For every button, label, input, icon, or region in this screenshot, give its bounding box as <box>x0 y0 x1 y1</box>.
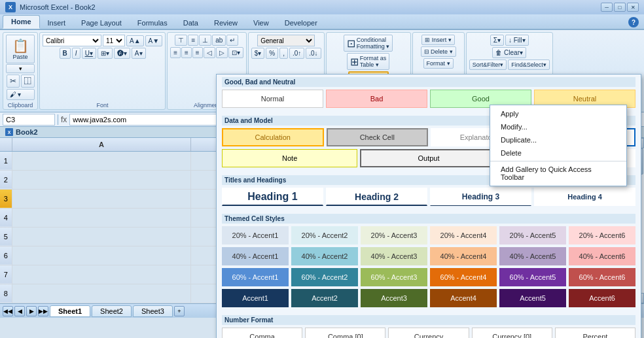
check-cell-style[interactable]: Check Cell <box>327 128 429 146</box>
col-header-a[interactable]: A <box>12 138 191 151</box>
align-center-button[interactable]: ≡ <box>181 47 192 58</box>
20-accent3-style[interactable]: 20% - Accent3 <box>361 226 427 245</box>
italic-button[interactable]: I <box>72 48 80 59</box>
decrease-font-button[interactable]: A▼ <box>145 35 163 46</box>
cell-a1[interactable] <box>12 151 191 170</box>
output-style[interactable]: Output <box>360 149 497 167</box>
tab-review[interactable]: Review <box>206 17 245 29</box>
accent3-style[interactable]: Accent3 <box>361 289 427 307</box>
format-button[interactable]: Format ▾ <box>423 58 454 69</box>
increase-decimal-button[interactable]: .0↑ <box>289 48 304 59</box>
40-accent6-style[interactable]: 40% - Accent6 <box>569 247 635 265</box>
cell-a4[interactable] <box>12 208 191 227</box>
bad-style[interactable]: Bad <box>326 90 427 108</box>
accent1-style[interactable]: Accent1 <box>222 289 289 307</box>
font-name-select[interactable]: Calibri <box>43 35 101 46</box>
orientation-button[interactable]: ab <box>212 35 226 46</box>
60-accent2-style[interactable]: 60% - Accent2 <box>291 268 358 286</box>
first-sheet-button[interactable]: ◀◀ <box>3 306 13 316</box>
font-color-button[interactable]: A▾ <box>132 48 146 59</box>
tab-formulas[interactable]: Formulas <box>130 17 175 29</box>
help-icon[interactable]: ? <box>628 17 639 27</box>
60-accent1-style[interactable]: 60% - Accent1 <box>222 268 289 286</box>
cell-a7[interactable] <box>12 265 191 284</box>
format-as-table-button[interactable]: ⊞ Format asTable ▾ <box>347 53 390 70</box>
currency-button[interactable]: $▾ <box>251 48 265 59</box>
60-accent3-style[interactable]: 60% - Accent3 <box>361 268 427 286</box>
accent6-style[interactable]: Accent6 <box>569 289 635 307</box>
paste-dropdown[interactable]: ▾ <box>6 64 35 73</box>
add-sheet-button[interactable]: + <box>174 306 185 316</box>
tab-insert[interactable]: Insert <box>40 17 74 29</box>
ctx-modify[interactable]: Modify... <box>490 120 626 133</box>
40-accent1-style[interactable]: 40% - Accent1 <box>222 247 289 265</box>
decrease-indent-button[interactable]: ◁ <box>204 47 215 58</box>
accent2-style[interactable]: Accent2 <box>291 289 358 307</box>
cell-a2[interactable] <box>12 170 191 189</box>
copy-button[interactable]: ⿰ <box>21 75 35 88</box>
conditional-formatting-button[interactable]: ⊡ ConditionalFormatting ▾ <box>344 35 393 52</box>
border-button[interactable]: ⊞▾ <box>98 48 113 59</box>
align-bottom-button[interactable]: ⊥ <box>199 35 211 46</box>
window-controls[interactable]: ─ □ ✕ <box>601 3 639 12</box>
next-sheet-button[interactable]: ▶ <box>26 306 37 316</box>
comma-button[interactable]: , <box>279 48 288 59</box>
expand-formula-button[interactable]: fx <box>61 115 67 124</box>
wrap-text-button[interactable]: ↵ <box>226 35 238 46</box>
font-size-select[interactable]: 11 <box>103 35 125 46</box>
number-format-select[interactable]: General <box>257 35 315 46</box>
cell-a3[interactable] <box>12 189 191 208</box>
sort-filter-button[interactable]: Sort&Filter▾ <box>469 59 507 70</box>
increase-font-button[interactable]: A▲ <box>126 35 144 46</box>
tab-developer[interactable]: Developer <box>277 17 325 29</box>
prev-sheet-button[interactable]: ◀ <box>14 306 25 316</box>
delete-button[interactable]: ⊟ Delete ▾ <box>421 46 456 57</box>
align-left-button[interactable]: ≡ <box>170 47 181 58</box>
underline-button[interactable]: U▾ <box>82 48 96 59</box>
60-accent4-style[interactable]: 60% - Accent4 <box>430 268 497 286</box>
normal-style[interactable]: Normal <box>222 90 323 108</box>
align-top-button[interactable]: ⊤ <box>175 35 187 46</box>
calculation-style[interactable]: Calculation <box>222 128 324 146</box>
cut-button[interactable]: ✂ <box>7 75 20 88</box>
cell-a5[interactable] <box>12 227 191 246</box>
last-sheet-button[interactable]: ▶▶ <box>38 306 48 316</box>
60-accent6-style[interactable]: 60% - Accent6 <box>569 268 635 286</box>
tab-data[interactable]: Data <box>175 17 206 29</box>
ctx-delete[interactable]: Delete <box>490 146 626 160</box>
find-select-button[interactable]: Find&Select▾ <box>508 59 550 70</box>
sheet-tab-3[interactable]: Sheet3 <box>133 305 173 317</box>
insert-button[interactable]: ⊞ Insert ▾ <box>421 35 455 45</box>
tab-home[interactable]: Home <box>3 15 40 29</box>
minimize-button[interactable]: ─ <box>601 3 613 12</box>
ctx-apply[interactable]: Apply <box>490 107 626 120</box>
ctx-duplicate[interactable]: Duplicate... <box>490 133 626 146</box>
40-accent2-style[interactable]: 40% - Accent2 <box>291 247 358 265</box>
60-accent5-style[interactable]: 60% - Accent5 <box>499 268 566 286</box>
maximize-button[interactable]: □ <box>614 3 626 12</box>
name-box[interactable] <box>3 114 55 126</box>
paste-button[interactable]: 📋 Paste <box>6 35 35 63</box>
align-right-button[interactable]: ≡ <box>192 47 203 58</box>
cell-a8[interactable] <box>12 284 191 303</box>
40-accent5-style[interactable]: 40% - Accent5 <box>499 247 566 265</box>
tab-view[interactable]: View <box>245 17 277 29</box>
40-accent4-style[interactable]: 40% - Accent4 <box>430 247 497 265</box>
heading3-style[interactable]: Heading 3 <box>430 188 531 206</box>
heading1-style[interactable]: Heading 1 <box>222 188 323 206</box>
decrease-decimal-button[interactable]: .0↓ <box>306 48 321 59</box>
heading2-style[interactable]: Heading 2 <box>326 188 427 206</box>
40-accent3-style[interactable]: 40% - Accent3 <box>361 247 427 265</box>
sheet-tab-2[interactable]: Sheet2 <box>92 305 132 317</box>
20-accent6-style[interactable]: 20% - Accent6 <box>569 226 635 245</box>
note-style[interactable]: Note <box>222 149 357 167</box>
ctx-add-gallery[interactable]: Add Gallery to Quick Access Toolbar <box>490 163 626 184</box>
cell-a6[interactable] <box>12 246 191 265</box>
close-button[interactable]: ✕ <box>627 3 639 12</box>
20-accent1-style[interactable]: 20% - Accent1 <box>222 226 289 245</box>
heading4-style[interactable]: Heading 4 <box>534 188 635 206</box>
autosum-button[interactable]: Σ▾ <box>490 35 504 46</box>
align-middle-button[interactable]: ≡ <box>188 35 198 46</box>
fill-color-button[interactable]: 🅐▾ <box>114 48 130 59</box>
bold-button[interactable]: B <box>60 48 71 59</box>
